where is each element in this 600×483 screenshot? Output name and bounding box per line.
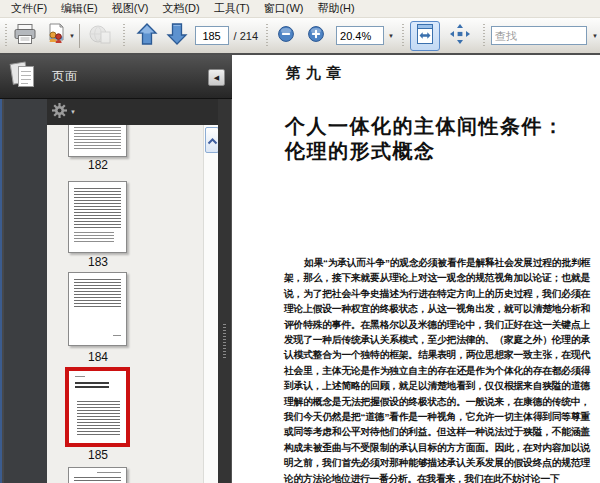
- pages-panel-header: 页面 ◀: [0, 55, 232, 99]
- chevron-down-icon: ▼: [69, 33, 75, 39]
- thumbnail-scrollbar[interactable]: [203, 125, 218, 483]
- thumbnail-content: [74, 232, 114, 244]
- page-thumbnail-label[interactable]: 184: [53, 350, 143, 364]
- pdf-reader-window: 文件(F) 编辑(E) 视图(V) 文档(D) 工具(T) 窗口(W) 帮助(H…: [0, 0, 600, 483]
- menu-edit[interactable]: 编辑(E): [54, 0, 105, 17]
- collaborate-button[interactable]: ▼: [44, 21, 74, 51]
- thumbnail-content: [97, 472, 121, 475]
- zoom-level-input[interactable]: [336, 26, 384, 45]
- printer-icon: [12, 22, 38, 50]
- page-title: 个人一体化的主体间性条件： 伦理的形式概念: [285, 114, 565, 164]
- thumbnail-content: [74, 125, 121, 150]
- gear-icon: [51, 102, 68, 123]
- panel-options-bar: ▼: [47, 99, 218, 125]
- fit-page-button[interactable]: [445, 21, 475, 51]
- next-page-button[interactable]: [162, 21, 192, 51]
- menu-help[interactable]: 帮助(H): [310, 0, 361, 17]
- splitter-grip-icon: [223, 324, 226, 358]
- toolbar-grip[interactable]: [402, 24, 404, 48]
- content-area: 页面 ◀ ▼ 182 183: [0, 55, 600, 483]
- page-thumbnail-label[interactable]: 182: [53, 158, 143, 172]
- page-count-label: / 214: [234, 30, 258, 42]
- document-viewport[interactable]: 第九章 个人一体化的主体间性条件： 伦理的形式概念 如果“为承认而斗争”的观念必…: [232, 55, 600, 483]
- pages-icon: [8, 59, 38, 95]
- panel-icon-strip: [0, 99, 47, 483]
- page-title-line2: 伦理的形式概念: [285, 139, 565, 164]
- thumbnail-content: [77, 401, 120, 437]
- web-capture-button[interactable]: [85, 21, 115, 51]
- zoom-dropdown-arrow-icon[interactable]: ▼: [388, 33, 394, 39]
- find-input[interactable]: [491, 26, 587, 45]
- thumbnail-content: [74, 279, 121, 309]
- thumbnail-content: [75, 376, 85, 379]
- chevron-down-icon: ▼: [70, 109, 76, 115]
- menu-document[interactable]: 文档(D): [155, 0, 206, 17]
- page-title-line1: 个人一体化的主体间性条件：: [285, 114, 565, 139]
- menu-bar: 文件(F) 编辑(E) 视图(V) 文档(D) 工具(T) 窗口(W) 帮助(H…: [0, 0, 600, 18]
- thumbnail-list[interactable]: 182 183 184 185: [47, 125, 203, 483]
- print-button[interactable]: [10, 21, 40, 51]
- thumbnail-content: [74, 188, 121, 228]
- menu-window[interactable]: 窗口(W): [257, 0, 311, 17]
- pages-panel: 页面 ◀ ▼ 182 183: [0, 55, 232, 483]
- chevron-up-icon: [207, 131, 218, 149]
- toolbar-separator: [79, 24, 80, 48]
- toolbar: ▼ / 214 ▼ ▼: [0, 18, 600, 55]
- page-thumbnail-182[interactable]: [68, 125, 127, 157]
- zoom-in-button[interactable]: [301, 21, 331, 51]
- page-thumbnail-186[interactable]: [68, 467, 127, 483]
- thumbnail-content: [74, 477, 121, 483]
- toolbar-grip[interactable]: [266, 24, 268, 48]
- zoom-out-icon: [277, 25, 295, 47]
- collapse-panel-button[interactable]: ◀: [208, 69, 225, 86]
- toolbar-grip[interactable]: [123, 24, 125, 48]
- fit-page-icon: [448, 23, 472, 49]
- page-thumbnail-183[interactable]: [68, 181, 127, 253]
- arrow-down-icon: [165, 21, 189, 51]
- fit-width-icon: [413, 23, 437, 49]
- toolbar-grip[interactable]: [5, 24, 7, 48]
- collaborate-icon: [43, 22, 67, 50]
- toolbar-grip[interactable]: [483, 24, 485, 48]
- page-thumbnail-label[interactable]: 185: [53, 448, 143, 462]
- find-dropdown-arrow-icon[interactable]: ▼: [592, 33, 598, 39]
- menu-tools[interactable]: 工具(T): [207, 0, 257, 17]
- page-thumbnail-184[interactable]: [68, 272, 127, 346]
- scroll-up-button[interactable]: [205, 127, 219, 153]
- previous-page-button[interactable]: [132, 21, 162, 51]
- zoom-in-icon: [307, 25, 325, 47]
- page-thumbnail-label[interactable]: 183: [53, 255, 143, 269]
- arrow-up-icon: [135, 21, 159, 51]
- page-thumbnail-185-selected[interactable]: [68, 370, 127, 444]
- pages-tab[interactable]: [8, 59, 38, 95]
- menu-view[interactable]: 视图(V): [105, 0, 156, 17]
- menu-file[interactable]: 文件(F): [4, 0, 54, 17]
- page-number-input[interactable]: [195, 26, 229, 45]
- zoom-out-button[interactable]: [271, 21, 301, 51]
- panel-options-button[interactable]: ▼: [51, 102, 76, 123]
- thumbnail-content: [113, 335, 121, 338]
- globe-page-icon: [88, 22, 112, 50]
- thumbnail-content: [75, 382, 109, 390]
- panel-splitter[interactable]: [218, 99, 232, 483]
- document-body-text: 如果“为承认而斗争”的观念必须被看作是解释社会发展过程的批判框架，那么，接下来就…: [284, 255, 590, 483]
- pages-panel-title: 页面: [52, 68, 78, 85]
- chapter-label: 第九章: [286, 64, 346, 83]
- fit-width-button[interactable]: [410, 21, 440, 51]
